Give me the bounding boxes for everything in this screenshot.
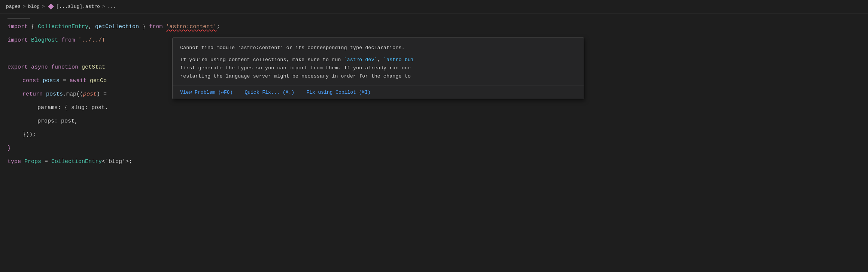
token-from-1: from [149, 20, 163, 34]
breadcrumb-blog[interactable]: blog [28, 4, 40, 9]
breadcrumb-sep-1: > [23, 4, 26, 9]
breadcrumb-sep-2: > [42, 4, 45, 9]
token-sp [28, 61, 31, 74]
token-collection-entry: CollectionEntry [38, 20, 88, 34]
token-params: params: { slug: post. [37, 101, 108, 115]
token-collection-entry-2: CollectionEntry [51, 155, 102, 169]
tooltip-desc-text: If you're using content collections, mak… [180, 57, 414, 79]
token-generic: <'blog'>; [102, 155, 132, 169]
token-props: props: post, [37, 115, 78, 128]
token-getstat: getStat [82, 61, 105, 74]
token-getco: getCo [90, 74, 107, 88]
astro-icon [48, 4, 54, 10]
tooltip-popup: Cannot find module 'astro:content' or it… [172, 37, 584, 99]
view-problem-button[interactable]: View Problem (↵F8) [180, 88, 233, 96]
token-sp8: = [41, 155, 51, 169]
code-line-import-1: import { CollectionEntry , getCollection… [0, 20, 868, 34]
token-comma-1: , [88, 20, 95, 34]
token-sp2 [48, 61, 51, 74]
token-async: async [31, 61, 48, 74]
token-dot-map: .map(( [63, 88, 83, 101]
token-sp6 [43, 88, 46, 101]
token-brace-open: { [28, 20, 38, 34]
code-line-close-map: })); [0, 128, 868, 142]
token-space-3 [58, 34, 61, 47]
token-return: return [22, 88, 43, 101]
token-await: await [70, 74, 87, 88]
code-line-params: params: { slug: post. [0, 101, 868, 115]
token-const: const [22, 74, 39, 88]
token-sp4 [39, 74, 43, 88]
token-semi-1: ; [216, 20, 220, 34]
breadcrumb-ellipsis: ... [107, 4, 116, 9]
token-space-4 [75, 34, 78, 47]
token-import-kw: import [7, 20, 28, 34]
token-sp5 [87, 74, 90, 88]
tooltip-description: If you're using content collections, mak… [180, 56, 576, 81]
breadcrumb-slug[interactable]: [...slug].astro [56, 4, 100, 9]
token-eq: = [60, 74, 70, 88]
tooltip-title: Cannot find module 'astro:content' or it… [180, 44, 576, 52]
token-function: function [51, 61, 78, 74]
token-sp3 [78, 61, 82, 74]
token-type: type [7, 155, 21, 169]
code-line-type: type Props = CollectionEntry <'blog'>; [0, 155, 868, 169]
breadcrumb-pages[interactable]: pages [6, 4, 21, 9]
token-get-collection: getCollection [95, 20, 139, 34]
tooltip-code-2: `astro bui [383, 57, 414, 63]
token-arrow: ) = [97, 88, 107, 101]
tooltip-body: Cannot find module 'astro:content' or it… [173, 38, 584, 85]
token-posts-2: posts [46, 88, 63, 101]
tooltip-actions: View Problem (↵F8) Quick Fix... (⌘.) Fix… [173, 85, 584, 99]
token-blogpost: BlogPost [31, 34, 58, 47]
token-brace-close: } [139, 20, 149, 34]
token-close-brace: } [7, 142, 11, 155]
code-divider [7, 18, 30, 19]
breadcrumb: pages > blog > [...slug].astro > ... [0, 0, 868, 13]
token-close-map: })); [22, 128, 36, 142]
token-sp7 [21, 155, 24, 169]
token-from-2: from [61, 34, 75, 47]
token-astro-content: 'astro:content' [166, 20, 216, 34]
code-line-props: props: post, [0, 115, 868, 128]
fix-copilot-button[interactable]: Fix using Copilot (⌘I) [306, 88, 371, 96]
token-posts: posts [43, 74, 60, 88]
code-line-close-fn: } [0, 142, 868, 155]
quick-fix-button[interactable]: Quick Fix... (⌘.) [245, 88, 294, 96]
editor-container: pages > blog > [...slug].astro > ... imp… [0, 0, 868, 272]
token-export: export [7, 61, 28, 74]
token-space-2 [28, 34, 31, 47]
token-post-param: post [83, 88, 97, 101]
token-props-type: Props [24, 155, 41, 169]
breadcrumb-sep-3: > [102, 4, 105, 9]
token-path: '../../T [78, 34, 105, 47]
token-import-kw-2: import [7, 34, 28, 47]
tooltip-code-1: `astro dev` [344, 57, 377, 63]
token-space-1 [163, 20, 166, 34]
